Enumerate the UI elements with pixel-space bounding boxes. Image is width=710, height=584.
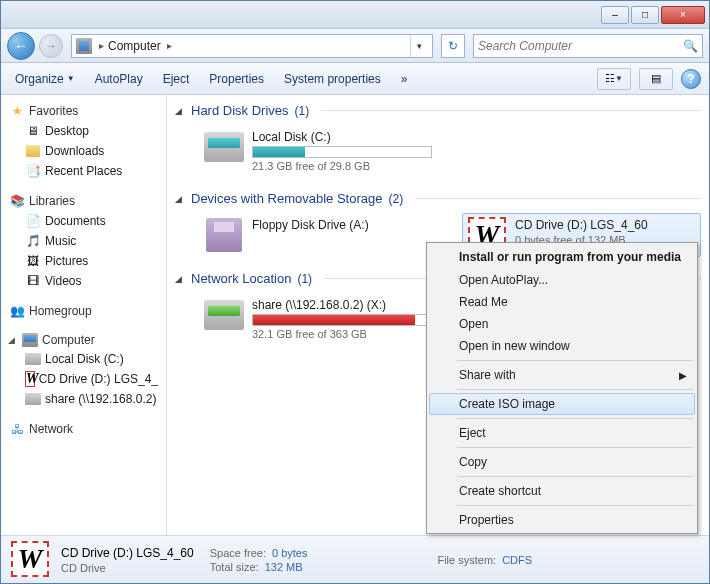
filesystem-label: File system: bbox=[437, 554, 496, 566]
sidebar-item-pictures[interactable]: 🖼Pictures bbox=[3, 251, 164, 271]
address-bar[interactable]: ▸ Computer ▸ ▾ bbox=[71, 34, 433, 58]
menu-create-iso[interactable]: Create ISO image bbox=[429, 393, 695, 415]
drive-label: share (\\192.168.0.2) (X:) bbox=[252, 298, 432, 312]
group-hard-disk-drives[interactable]: ◢ Hard Disk Drives (1) bbox=[175, 99, 701, 122]
eject-button[interactable]: Eject bbox=[157, 68, 196, 90]
titlebar: – □ × bbox=[1, 1, 709, 29]
forward-button[interactable]: → bbox=[39, 34, 63, 58]
computer-icon bbox=[76, 38, 92, 54]
menu-copy[interactable]: Copy bbox=[429, 451, 695, 473]
menu-separator bbox=[457, 389, 693, 390]
menu-eject[interactable]: Eject bbox=[429, 422, 695, 444]
sidebar-item-localdisk[interactable]: Local Disk (C:) bbox=[3, 349, 164, 369]
search-input[interactable] bbox=[478, 39, 683, 53]
floppy-icon bbox=[206, 218, 242, 252]
drive-floppy[interactable]: Floppy Disk Drive (A:) bbox=[199, 213, 438, 257]
maximize-button[interactable]: □ bbox=[631, 6, 659, 24]
close-button[interactable]: × bbox=[661, 6, 705, 24]
drive-label: Local Disk (C:) bbox=[252, 130, 432, 144]
breadcrumb-computer[interactable]: Computer bbox=[108, 39, 161, 53]
toolbar-overflow[interactable]: » bbox=[395, 68, 414, 90]
network-icon: 🖧 bbox=[9, 421, 25, 437]
navigation-bar: ← → ▸ Computer ▸ ▾ ↻ 🔍 bbox=[1, 29, 709, 63]
sidebar-item-recent[interactable]: 📑Recent Places bbox=[3, 161, 164, 181]
menu-open[interactable]: Open bbox=[429, 313, 695, 335]
sidebar-item-desktop[interactable]: 🖥Desktop bbox=[3, 121, 164, 141]
computer-icon bbox=[22, 333, 38, 347]
help-button[interactable]: ? bbox=[681, 69, 701, 89]
search-icon[interactable]: 🔍 bbox=[683, 39, 698, 53]
drive-label: Floppy Disk Drive (A:) bbox=[252, 218, 369, 232]
music-icon: 🎵 bbox=[25, 233, 41, 249]
command-bar: Organize▼ AutoPlay Eject Properties Syst… bbox=[1, 63, 709, 95]
recent-icon: 📑 bbox=[25, 163, 41, 179]
menu-separator bbox=[457, 476, 693, 477]
capacity-bar bbox=[252, 146, 432, 158]
submenu-arrow-icon: ▶ bbox=[679, 370, 687, 381]
folder-icon bbox=[25, 143, 41, 159]
libraries-header[interactable]: 📚Libraries bbox=[3, 191, 164, 211]
system-properties-button[interactable]: System properties bbox=[278, 68, 387, 90]
homegroup-icon: 👥 bbox=[9, 303, 25, 319]
drive-network-share[interactable]: share (\\192.168.0.2) (X:) 32.1 GB free … bbox=[199, 293, 449, 345]
menu-properties[interactable]: Properties bbox=[429, 509, 695, 531]
group-removable-storage[interactable]: ◢ Devices with Removable Storage (2) bbox=[175, 187, 701, 210]
sidebar-item-documents[interactable]: 📄Documents bbox=[3, 211, 164, 231]
drive-local-disk[interactable]: Local Disk (C:) 21.3 GB free of 29.8 GB bbox=[199, 125, 449, 177]
menu-separator bbox=[457, 447, 693, 448]
desktop-icon: 🖥 bbox=[25, 123, 41, 139]
menu-readme[interactable]: Read Me bbox=[429, 291, 695, 313]
drive-label: CD Drive (D:) LGS_4_60 bbox=[515, 218, 648, 232]
videos-icon: 🎞 bbox=[25, 273, 41, 289]
drive-capacity-text: 21.3 GB free of 29.8 GB bbox=[252, 160, 432, 172]
refresh-button[interactable]: ↻ bbox=[441, 34, 465, 58]
autoplay-button[interactable]: AutoPlay bbox=[89, 68, 149, 90]
network-drive-icon bbox=[25, 391, 41, 407]
libraries-icon: 📚 bbox=[9, 193, 25, 209]
total-size-value: 132 MB bbox=[265, 561, 303, 573]
menu-create-shortcut[interactable]: Create shortcut bbox=[429, 480, 695, 502]
menu-open-autoplay[interactable]: Open AutoPlay... bbox=[429, 269, 695, 291]
hdd-icon bbox=[25, 351, 41, 367]
filesystem-value: CDFS bbox=[502, 554, 532, 566]
view-options[interactable]: ☷ ▼ bbox=[597, 68, 631, 90]
details-title: CD Drive (D:) LGS_4_60 bbox=[61, 546, 194, 560]
documents-icon: 📄 bbox=[25, 213, 41, 229]
breadcrumb-separator[interactable]: ▸ bbox=[165, 40, 175, 51]
breadcrumb-separator: ▸ bbox=[96, 40, 106, 51]
network-drive-icon bbox=[204, 300, 244, 330]
homegroup-header[interactable]: 👥Homegroup bbox=[3, 301, 164, 321]
menu-separator bbox=[457, 360, 693, 361]
cd-icon: W bbox=[11, 541, 49, 577]
capacity-bar bbox=[252, 314, 432, 326]
space-free-label: Space free: bbox=[210, 547, 266, 559]
properties-button[interactable]: Properties bbox=[203, 68, 270, 90]
sidebar-item-videos[interactable]: 🎞Videos bbox=[3, 271, 164, 291]
minimize-button[interactable]: – bbox=[601, 6, 629, 24]
sidebar-item-cddrive[interactable]: CD Drive (D:) LGS_4_ bbox=[3, 369, 164, 389]
menu-open-new-window[interactable]: Open in new window bbox=[429, 335, 695, 357]
cd-icon bbox=[25, 371, 35, 387]
hdd-icon bbox=[204, 132, 244, 162]
context-menu-header: Install or run program from your media bbox=[429, 245, 695, 269]
preview-pane-toggle[interactable]: ▤ bbox=[639, 68, 673, 90]
context-menu: Install or run program from your media O… bbox=[426, 242, 698, 534]
back-button[interactable]: ← bbox=[7, 32, 35, 60]
address-dropdown[interactable]: ▾ bbox=[410, 35, 428, 57]
total-size-label: Total size: bbox=[210, 561, 259, 573]
sidebar-item-downloads[interactable]: Downloads bbox=[3, 141, 164, 161]
network-header[interactable]: 🖧Network bbox=[3, 419, 164, 439]
details-pane: W CD Drive (D:) LGS_4_60 CD Drive Space … bbox=[1, 535, 709, 583]
pictures-icon: 🖼 bbox=[25, 253, 41, 269]
sidebar-item-share[interactable]: share (\\192.168.0.2) bbox=[3, 389, 164, 409]
menu-share-with[interactable]: Share with▶ bbox=[429, 364, 695, 386]
details-subtitle: CD Drive bbox=[61, 562, 194, 574]
menu-separator bbox=[457, 418, 693, 419]
computer-header[interactable]: ◢Computer bbox=[3, 331, 164, 349]
expand-icon[interactable]: ◢ bbox=[8, 335, 18, 345]
favorites-header[interactable]: ★Favorites bbox=[3, 101, 164, 121]
search-box[interactable]: 🔍 bbox=[473, 34, 703, 58]
sidebar-item-music[interactable]: 🎵Music bbox=[3, 231, 164, 251]
organize-menu[interactable]: Organize▼ bbox=[9, 68, 81, 90]
space-free-value: 0 bytes bbox=[272, 547, 307, 559]
